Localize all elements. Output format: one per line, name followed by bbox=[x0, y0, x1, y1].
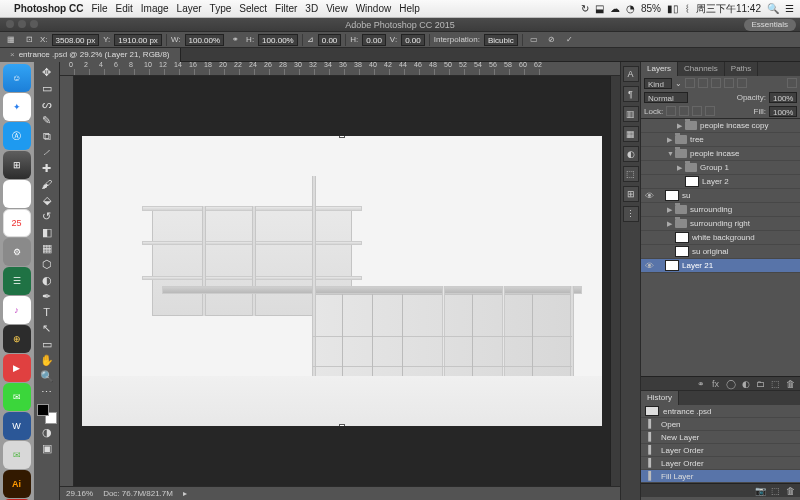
dock-wechat[interactable]: ✉ bbox=[3, 441, 31, 469]
stamp-tool[interactable]: ⬙ bbox=[37, 192, 57, 208]
app-menu[interactable]: Photoshop CC bbox=[14, 3, 83, 14]
dock-gchat[interactable]: ▶ bbox=[3, 354, 31, 382]
dropbox-icon[interactable]: ⬓ bbox=[595, 3, 604, 14]
document-tab[interactable]: × entrance .psd @ 29.2% (Layer 21, RGB/8… bbox=[0, 48, 181, 62]
disclosure-arrow[interactable]: ▶ bbox=[667, 206, 675, 214]
layers-list[interactable]: ▶people incase copy▶tree▼people incase▶G… bbox=[641, 119, 800, 376]
hand-tool[interactable]: ✋ bbox=[37, 352, 57, 368]
layer-name[interactable]: su bbox=[682, 191, 690, 200]
screenmode-tool[interactable]: ▣ bbox=[37, 440, 57, 456]
lock-all-icon[interactable] bbox=[705, 106, 715, 116]
x-field[interactable]: 3508.00 px bbox=[52, 34, 100, 46]
menu-file[interactable]: File bbox=[91, 3, 107, 14]
history-step[interactable]: ▌New Layer bbox=[641, 431, 800, 444]
menu-view[interactable]: View bbox=[326, 3, 348, 14]
ruler-vertical[interactable] bbox=[60, 76, 74, 486]
menu-window[interactable]: Window bbox=[356, 3, 392, 14]
dock-settings[interactable]: ⚙ bbox=[3, 238, 31, 266]
filter-kind-arrow-icon[interactable]: ⌄ bbox=[675, 79, 682, 88]
transform-handle-bottom[interactable] bbox=[339, 424, 345, 426]
blur-tool[interactable]: ⬡ bbox=[37, 256, 57, 272]
menu-image[interactable]: Image bbox=[141, 3, 169, 14]
foreground-swatch[interactable] bbox=[37, 404, 49, 416]
dock-appstore[interactable]: Ⓐ bbox=[3, 122, 31, 150]
cancel-transform-icon[interactable]: ⊘ bbox=[545, 33, 559, 47]
visibility-toggle[interactable]: 👁 bbox=[643, 261, 655, 271]
interp-select[interactable]: Bicubic bbox=[484, 34, 518, 46]
eraser-tool[interactable]: ◧ bbox=[37, 224, 57, 240]
path-tool[interactable]: ↖ bbox=[37, 320, 57, 336]
lock-pixels-icon[interactable] bbox=[679, 106, 689, 116]
transform-handle-top[interactable] bbox=[339, 136, 345, 138]
dock-word[interactable]: W bbox=[3, 412, 31, 440]
dock-excel[interactable]: ☰ bbox=[3, 267, 31, 295]
history-document[interactable]: entrance .psd bbox=[641, 405, 800, 418]
dock-finder[interactable]: ☺ bbox=[3, 64, 31, 92]
shape-tool[interactable]: ▭ bbox=[37, 336, 57, 352]
visibility-toggle[interactable]: 👁 bbox=[643, 191, 655, 201]
edit-toolbar[interactable]: ⋯ bbox=[37, 384, 57, 400]
status-arrow-icon[interactable]: ▸ bbox=[183, 489, 187, 498]
layer-row[interactable]: ▶tree bbox=[641, 133, 800, 147]
tab-layers[interactable]: Layers bbox=[641, 62, 678, 76]
dock-safari[interactable]: ✦ bbox=[3, 93, 31, 121]
history-brush-tool[interactable]: ↺ bbox=[37, 208, 57, 224]
swatches-panel-icon[interactable]: ▦ bbox=[623, 126, 639, 142]
filter-adjust-icon[interactable] bbox=[698, 78, 708, 88]
libraries-panel-icon[interactable]: ⊞ bbox=[623, 186, 639, 202]
window-zoom[interactable] bbox=[30, 20, 38, 28]
warp-icon[interactable]: ▭ bbox=[527, 33, 541, 47]
transform-icon[interactable]: ▦ bbox=[4, 33, 18, 47]
color-swatches[interactable] bbox=[37, 404, 57, 424]
vskew-field[interactable]: 0.00 bbox=[401, 34, 425, 46]
canvas-artboard[interactable] bbox=[82, 136, 602, 426]
quickselect-tool[interactable]: ✎ bbox=[37, 112, 57, 128]
spotlight-icon[interactable]: 🔍 bbox=[767, 3, 779, 14]
disclosure-arrow[interactable]: ▶ bbox=[677, 122, 685, 130]
history-newdoc-icon[interactable]: ⬚ bbox=[770, 485, 781, 496]
lasso-tool[interactable]: ᔕ bbox=[37, 96, 57, 112]
tab-channels[interactable]: Channels bbox=[678, 62, 725, 76]
wifi-icon[interactable]: ⧙ bbox=[685, 3, 690, 14]
window-minimize[interactable] bbox=[18, 20, 26, 28]
dock-bear[interactable]: ⊕ bbox=[3, 325, 31, 353]
menu-type[interactable]: Type bbox=[210, 3, 232, 14]
menu-3d[interactable]: 3D bbox=[305, 3, 318, 14]
clock[interactable]: 周三下午11:42 bbox=[696, 2, 761, 16]
layer-name[interactable]: su original bbox=[692, 247, 728, 256]
new-layer-icon[interactable]: ⬚ bbox=[770, 378, 781, 389]
menu-edit[interactable]: Edit bbox=[116, 3, 133, 14]
layer-row[interactable]: su original bbox=[641, 245, 800, 259]
layer-name[interactable]: tree bbox=[690, 135, 704, 144]
menu-layer[interactable]: Layer bbox=[177, 3, 202, 14]
filter-kind[interactable]: Kind bbox=[644, 78, 672, 89]
layer-fx-icon[interactable]: fx bbox=[710, 378, 721, 389]
healing-tool[interactable]: ✚ bbox=[37, 160, 57, 176]
layer-row[interactable]: ▶surrounding bbox=[641, 203, 800, 217]
crop-tool[interactable]: ⧉ bbox=[37, 128, 57, 144]
eyedropper-tool[interactable]: ⟋ bbox=[37, 144, 57, 160]
layer-row[interactable]: ▶people incase copy bbox=[641, 119, 800, 133]
anchor-widget[interactable]: ⊡ bbox=[22, 33, 36, 47]
gradient-tool[interactable]: ▦ bbox=[37, 240, 57, 256]
y-field[interactable]: 1910.00 px bbox=[114, 34, 162, 46]
zoom-tool[interactable]: 🔍 bbox=[37, 368, 57, 384]
history-step[interactable]: ▌Layer Order bbox=[641, 457, 800, 470]
filter-pixel-icon[interactable] bbox=[685, 78, 695, 88]
brush-tool[interactable]: 🖌 bbox=[37, 176, 57, 192]
filter-type-icon[interactable] bbox=[711, 78, 721, 88]
window-close[interactable] bbox=[6, 20, 14, 28]
opacity-field[interactable]: 100% bbox=[769, 92, 797, 103]
zoom-level[interactable]: 29.16% bbox=[66, 489, 93, 498]
dock-messages[interactable]: ✉ bbox=[3, 383, 31, 411]
history-delete-icon[interactable]: 🗑 bbox=[785, 485, 796, 496]
styles-panel-icon[interactable]: ⬚ bbox=[623, 166, 639, 182]
dock-launchpad[interactable]: ⊞ bbox=[3, 151, 31, 179]
workspace-switcher[interactable]: Essentials bbox=[744, 19, 796, 31]
dock-itunes[interactable]: ♪ bbox=[3, 296, 31, 324]
disclosure-arrow[interactable]: ▶ bbox=[677, 164, 685, 172]
menu-extra[interactable]: ☰ bbox=[785, 3, 794, 14]
hskew-field[interactable]: 0.00 bbox=[362, 34, 386, 46]
canvas-scrollbar-v[interactable] bbox=[610, 76, 620, 486]
quickmask-tool[interactable]: ◑ bbox=[37, 424, 57, 440]
